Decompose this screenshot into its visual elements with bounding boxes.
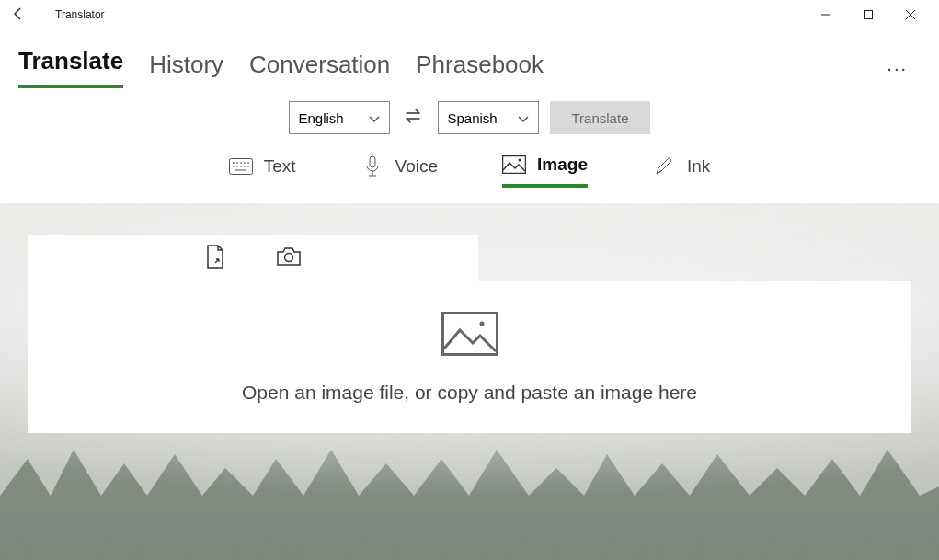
mode-ink-label: Ink <box>687 156 710 177</box>
titlebar: Translator <box>0 0 939 29</box>
mode-text[interactable]: Text <box>229 156 296 186</box>
file-icon <box>205 245 225 269</box>
keyboard-icon <box>229 156 253 177</box>
open-file-button[interactable] <box>205 245 225 272</box>
tab-conversation[interactable]: Conversation <box>249 51 390 88</box>
minimize-button[interactable] <box>805 0 847 29</box>
svg-point-20 <box>519 159 521 162</box>
camera-icon <box>277 246 301 267</box>
svg-rect-16 <box>370 156 375 167</box>
close-button[interactable] <box>889 0 932 29</box>
maximize-button[interactable] <box>847 0 889 29</box>
to-language-label: Spanish <box>448 110 498 126</box>
mode-ink[interactable]: Ink <box>652 156 710 186</box>
mode-image-label: Image <box>537 154 588 175</box>
main-tabs: Translate History Conversation Phraseboo… <box>0 29 939 88</box>
svg-rect-23 <box>442 313 497 354</box>
image-drop-prompt: Open an image file, or copy and paste an… <box>242 382 697 404</box>
image-placeholder-icon <box>441 312 498 356</box>
swap-languages-button[interactable] <box>401 109 427 127</box>
image-icon <box>502 154 526 175</box>
tab-translate[interactable]: Translate <box>18 47 123 88</box>
mode-text-label: Text <box>264 156 296 177</box>
chevron-down-icon <box>369 110 380 126</box>
from-language-select[interactable]: English <box>289 101 390 134</box>
controls-area: English Spanish Translate Text <box>0 88 939 203</box>
to-language-select[interactable]: Spanish <box>438 101 539 134</box>
svg-rect-1 <box>865 11 873 19</box>
back-button[interactable] <box>7 6 29 24</box>
window-title: Translator <box>55 8 105 21</box>
microphone-icon <box>361 156 384 177</box>
mode-voice[interactable]: Voice <box>361 156 438 186</box>
tab-history[interactable]: History <box>149 51 223 88</box>
mode-image[interactable]: Image <box>502 154 588 188</box>
camera-button[interactable] <box>277 246 301 270</box>
svg-point-24 <box>479 321 484 326</box>
chevron-down-icon <box>518 110 529 126</box>
translate-button-label: Translate <box>572 110 629 126</box>
svg-point-22 <box>285 254 293 262</box>
content-area: Open an image file, or copy and paste an… <box>0 203 939 560</box>
svg-rect-19 <box>503 156 526 174</box>
image-source-tabs <box>28 235 478 281</box>
more-button[interactable]: ··· <box>887 58 921 88</box>
tab-phrasebook[interactable]: Phrasebook <box>416 51 544 88</box>
mode-voice-label: Voice <box>395 156 438 177</box>
translate-button[interactable]: Translate <box>550 101 651 134</box>
pen-icon <box>652 156 676 177</box>
image-drop-panel[interactable]: Open an image file, or copy and paste an… <box>28 281 911 433</box>
from-language-label: English <box>299 110 344 126</box>
